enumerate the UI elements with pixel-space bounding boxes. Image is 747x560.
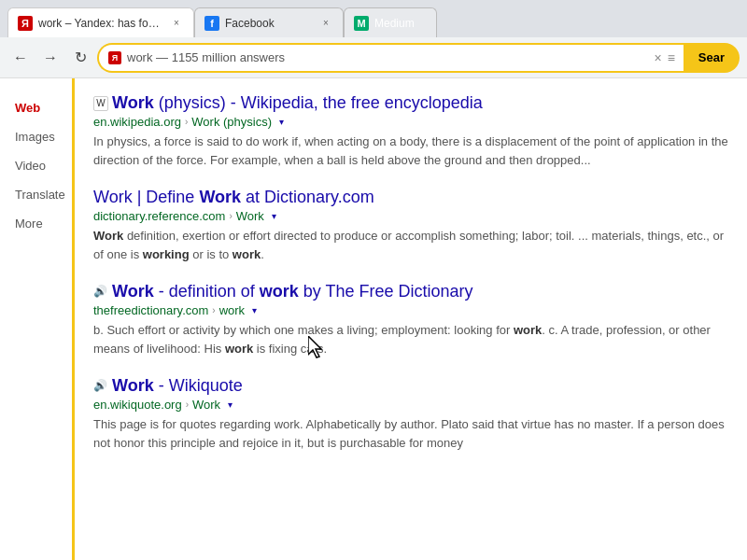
- result-1-url: en.wikipedia.org › Work (physics) ▾: [93, 115, 728, 129]
- result-2-header: Work | Define Work at Dictionary.com: [93, 188, 728, 207]
- refresh-button[interactable]: ↻: [67, 45, 93, 71]
- address-favicon: Я: [108, 51, 121, 64]
- facebook-favicon: f: [204, 16, 219, 31]
- wiki-favicon: W: [93, 96, 108, 111]
- back-button[interactable]: ←: [7, 45, 34, 71]
- page-content: Web Images Video Translate More W Work (…: [0, 78, 747, 560]
- tab-yandex-title: work – Yandex: has found 1: [38, 17, 163, 30]
- result-4-title[interactable]: Work - Wikiquote: [112, 376, 243, 396]
- address-bar[interactable]: Я work — 1155 million answers × ≡: [97, 43, 684, 73]
- address-settings-icon[interactable]: ≡: [668, 50, 675, 65]
- result-3-header: 🔊 Work - definition of work by The Free …: [93, 282, 728, 301]
- result-1-snippet: In physics, a force is said to do work i…: [93, 133, 728, 169]
- result-4-dropdown[interactable]: ▾: [228, 399, 233, 410]
- tab-bar: Я work – Yandex: has found 1 × f Faceboo…: [0, 0, 747, 37]
- result-2-url: dictionary.reference.com › Work ▾: [93, 209, 728, 223]
- search-button[interactable]: Sear: [684, 43, 740, 73]
- sidebar-item-more[interactable]: More: [0, 209, 72, 238]
- search-result-3: 🔊 Work - definition of work by The Free …: [93, 282, 728, 357]
- sidebar-item-web[interactable]: Web: [0, 93, 72, 122]
- medium-favicon: M: [354, 16, 369, 31]
- result-1-header: W Work (physics) - Wikipedia, the free e…: [93, 93, 728, 113]
- result-1-dropdown[interactable]: ▾: [279, 117, 284, 127]
- tab-medium[interactable]: M Medium: [344, 7, 437, 37]
- sidebar-item-translate[interactable]: Translate: [0, 180, 72, 209]
- address-bar-wrapper: Я work — 1155 million answers × ≡ Sear: [97, 43, 740, 73]
- result-4-header: 🔊 Work - Wikiquote: [93, 376, 728, 396]
- search-result-2: Work | Define Work at Dictionary.com dic…: [93, 188, 728, 263]
- address-clear-icon[interactable]: ×: [654, 50, 661, 65]
- search-result-4: 🔊 Work - Wikiquote en.wikiquote.org › Wo…: [93, 376, 728, 452]
- browser-window: Я work – Yandex: has found 1 × f Faceboo…: [0, 0, 747, 560]
- sidebar-item-images[interactable]: Images: [0, 122, 72, 151]
- tab-facebook-close[interactable]: ×: [318, 16, 333, 31]
- nav-bar: ← → ↻ Я work — 1155 million answers × ≡ …: [0, 37, 747, 78]
- result-2-snippet: Work definition, exertion or effort dire…: [93, 227, 728, 263]
- result-2-title[interactable]: Work | Define Work at Dictionary.com: [93, 188, 374, 207]
- search-result-1: W Work (physics) - Wikipedia, the free e…: [93, 93, 728, 169]
- result-2-dropdown[interactable]: ▾: [272, 211, 276, 221]
- audio-icon-3: 🔊: [93, 285, 108, 300]
- result-4-url: en.wikiquote.org › Work ▾: [93, 398, 728, 412]
- yandex-favicon: Я: [18, 16, 33, 31]
- main-content: W Work (physics) - Wikipedia, the free e…: [75, 78, 747, 560]
- tab-yandex[interactable]: Я work – Yandex: has found 1 ×: [7, 7, 194, 37]
- result-1-title[interactable]: Work (physics) - Wikipedia, the free enc…: [112, 93, 483, 113]
- result-3-dropdown[interactable]: ▾: [252, 305, 257, 315]
- tab-facebook-title: Facebook: [225, 17, 313, 30]
- result-3-title[interactable]: Work - definition of work by The Free Di…: [112, 282, 473, 301]
- forward-button[interactable]: →: [37, 45, 63, 71]
- result-3-snippet: b. Such effort or activity by which one …: [93, 321, 728, 357]
- sidebar-item-video[interactable]: Video: [0, 151, 72, 180]
- result-4-snippet: This page is for quotes regarding work. …: [93, 415, 728, 452]
- audio-icon-4: 🔊: [93, 379, 108, 394]
- tab-facebook[interactable]: f Facebook ×: [194, 7, 344, 37]
- result-3-url: thefreedictionary.com › work ▾: [93, 303, 728, 317]
- tab-yandex-close[interactable]: ×: [169, 16, 184, 31]
- address-text: work — 1155 million answers: [127, 50, 648, 64]
- sidebar: Web Images Video Translate More: [0, 78, 75, 560]
- tab-medium-title: Medium: [374, 17, 427, 30]
